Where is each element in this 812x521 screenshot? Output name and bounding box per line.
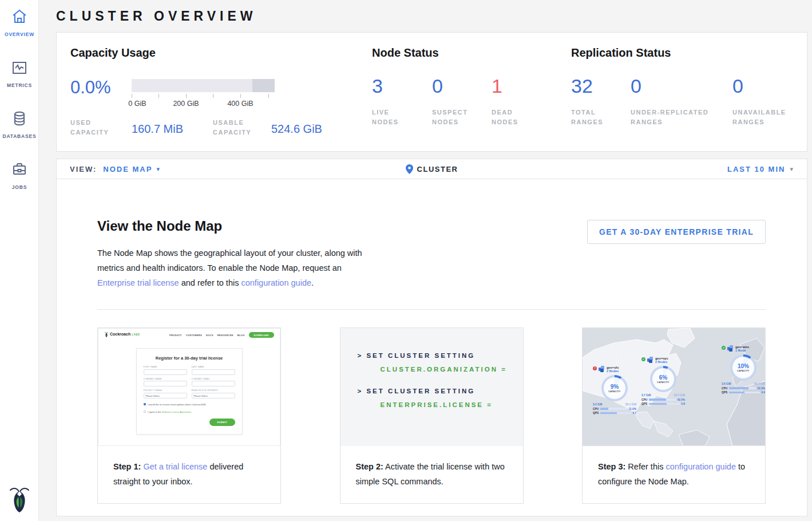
mini-checkbox-unchecked [144, 411, 146, 413]
mini-select: Please Select [192, 393, 235, 398]
mini-select-label: PROJECT PHASE [144, 389, 187, 392]
capacity-usage-section: Capacity Usage 0.0% 0 GiB 200 Gi [70, 46, 372, 151]
capacity-total: 35.1 GiB [625, 403, 636, 406]
locality-node-count: 2 Nodes [607, 369, 619, 373]
page-title: CLUSTER OVERVIEW [56, 0, 807, 32]
sql-command: SET CLUSTER SETTING [366, 352, 475, 359]
live-nodes-stat: 3 LIVE NODES [372, 76, 432, 127]
brand-suffix-text: LABS [132, 333, 140, 336]
capacity-donut: 6%CAPACITY [650, 366, 676, 392]
sidebar: OVERVIEW METRICS DATABASES [0, 0, 39, 521]
node-cluster-icon [647, 357, 653, 363]
healthy-status-icon: ✓ [641, 357, 645, 361]
mini-checkbox-label: I would like to receive email updates ab… [148, 403, 206, 406]
enterprise-trial-license-link[interactable]: Enterprise trial license [97, 278, 179, 287]
under-replicated-ranges-value: 0 [631, 76, 732, 96]
mini-select: Please Select [144, 393, 187, 398]
unavailable-ranges-value: 0 [732, 76, 807, 96]
chevron-down-icon: ▾ [156, 165, 161, 173]
mini-nav-item: RESOURCES [217, 334, 233, 337]
mini-text-input [144, 369, 187, 375]
usable-capacity-value: 524.6 GiB [271, 123, 322, 136]
capacity-used: 3.7 GiB [641, 394, 651, 397]
live-nodes-value: 3 [372, 76, 432, 96]
capacity-label: CAPACITY [608, 390, 620, 393]
trial-license-site-thumbnail: Cockroach LABS PRODUCT CUSTOMERS DOCS RE… [98, 328, 280, 446]
capacity-gauge-reserved-segment [252, 79, 275, 92]
capacity-donut: 10%CAPACITY [730, 354, 756, 381]
sidebar-item-databases[interactable]: DATABASES [0, 102, 39, 145]
qps-value: 5.8 [681, 402, 685, 405]
get-trial-license-link[interactable]: Get a trial license [143, 462, 207, 471]
view-selected-value: NODE MAP [103, 165, 152, 173]
mini-text-input [144, 381, 187, 386]
description-text: and refer to this [179, 278, 241, 287]
cpu-value: 42.5% [677, 398, 685, 401]
node-map-description: The Node Map shows the geographical layo… [97, 246, 363, 290]
sidebar-item-label: JOBS [12, 184, 27, 190]
view-selector-dropdown[interactable]: VIEW: NODE MAP ▾ [57, 165, 161, 173]
breadcrumb-cluster[interactable]: CLUSTER [406, 164, 458, 174]
sidebar-item-label: OVERVIEW [5, 31, 34, 37]
brand-text: Cockroach [110, 332, 130, 336]
enterprise-trial-button[interactable]: GET A 30-DAY ENTERPRISE TRIAL [587, 220, 766, 244]
metrics-icon [11, 59, 28, 78]
step-label: Step 2: [356, 462, 383, 471]
sidebar-item-metrics[interactable]: METRICS [0, 51, 39, 94]
cockroach-labs-logo [0, 486, 39, 514]
qps-label: QPS [641, 402, 647, 405]
step-label: Step 3: [598, 462, 625, 471]
main-content: CLUSTER OVERVIEW Capacity Usage 0.0% [39, 0, 812, 516]
locality-badge-nyc: ✓ geo=nyc2 Nodes 6%CAPACITY 3.7 GiB43.7 … [641, 357, 685, 405]
node-map-thumbnail: ! geo=sfo2 Nodes 9%CAPACITY 3.2 GiB35.1 … [583, 328, 765, 446]
chevron-down-icon: ▾ [790, 165, 794, 173]
qps-label: QPS [593, 412, 599, 415]
total-ranges-value: 32 [571, 76, 631, 96]
suspect-nodes-value: 0 [432, 76, 492, 96]
cpu-value: 52.3% [757, 387, 765, 390]
databases-icon [11, 110, 28, 129]
jobs-icon [11, 161, 28, 180]
view-label: VIEW: [70, 165, 97, 173]
unavailable-ranges-label: UNAVAILABLE RANGES [732, 108, 790, 127]
node-map-panel: View the Node Map The Node Map shows the… [56, 179, 807, 516]
dead-nodes-value: 1 [492, 76, 552, 96]
cluster-summary-panel: Capacity Usage 0.0% 0 GiB 200 Gi [56, 32, 807, 152]
dead-nodes-label: DEAD NODES [492, 108, 527, 127]
home-icon [11, 8, 28, 27]
step-label: Step 1: [113, 462, 141, 471]
time-range-dropdown[interactable]: LAST 10 MIN ▾ [727, 165, 807, 173]
qps-value: 4.7 [632, 412, 636, 415]
sidebar-item-label: METRICS [7, 82, 32, 88]
step-1-caption: Step 1: Get a trial license delivered st… [98, 446, 280, 489]
capacity-used: 3.6 GiB [722, 382, 731, 385]
capacity-percent: 10% [738, 363, 749, 369]
capacity-gauge-usable-segment [132, 79, 252, 92]
sql-prompt: > [358, 352, 363, 359]
description-text: . [311, 278, 314, 287]
mini-checkbox-label: I agree to the [148, 411, 162, 413]
qps-label: QPS [722, 391, 727, 394]
sidebar-item-jobs[interactable]: JOBS [0, 153, 39, 196]
healthy-status-icon: ✓ [722, 346, 726, 350]
sidebar-item-overview[interactable]: OVERVIEW [0, 0, 39, 43]
under-replicated-ranges-stat: 0 UNDER-REPLICATED RANGES [631, 76, 732, 127]
sql-prompt: > [358, 388, 363, 394]
step-3-card: ! geo=sfo2 Nodes 9%CAPACITY 3.2 GiB35.1 … [582, 327, 766, 504]
capacity-donut: 9%CAPACITY [601, 375, 628, 401]
sql-setting-license: ENTERPRISE.LICENSE = [381, 401, 523, 408]
replication-status-section: Replication Status 32 TOTAL RANGES 0 UND… [571, 46, 807, 151]
mini-text-input [192, 381, 235, 386]
locality-badge-sfo: ! geo=sfo2 Nodes 9%CAPACITY 3.2 GiB35.1 … [593, 366, 636, 415]
configuration-guide-link[interactable]: configuration guide [666, 462, 736, 471]
capacity-usage-title: Capacity Usage [70, 46, 372, 60]
node-status-section: Node Status 3 LIVE NODES 0 SUSPECT NODES… [372, 46, 571, 151]
step-2-caption: Step 2: Activate the trial license with … [340, 446, 523, 489]
qps-value: 4.4 [761, 391, 765, 394]
usable-capacity-label: USABLE CAPACITY [213, 118, 264, 137]
step-2-card: > SET CLUSTER SETTING CLUSTER.ORGANIZATI… [340, 327, 524, 504]
capacity-total: 43.7 GiB [674, 394, 685, 397]
configuration-guide-link[interactable]: configuration guide [241, 278, 311, 287]
gauge-tick-label: 0 GiB [128, 100, 146, 108]
locality-node-count: 1 Node [735, 349, 749, 352]
